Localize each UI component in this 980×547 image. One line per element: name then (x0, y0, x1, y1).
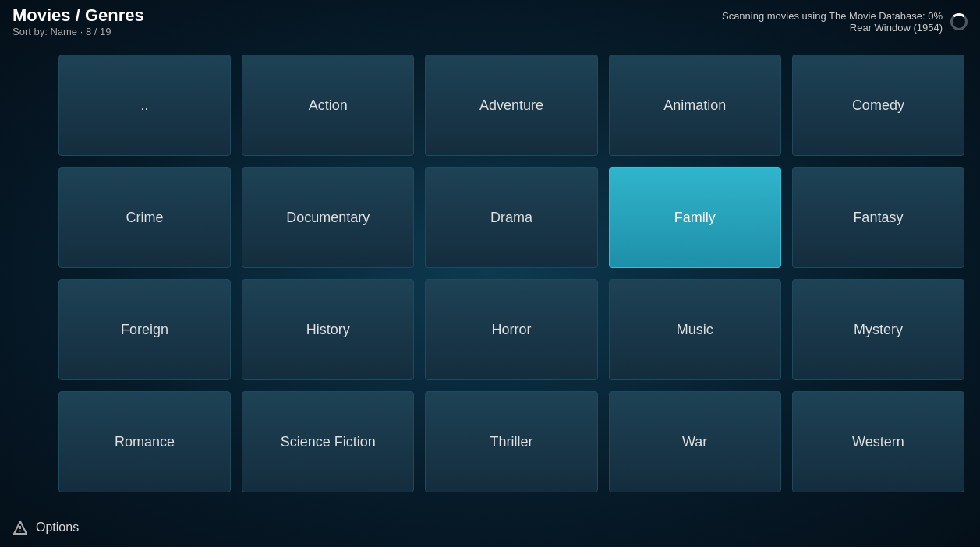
footer: Options (0, 508, 980, 547)
genre-item-adventure[interactable]: Adventure (425, 55, 597, 156)
genre-item-action[interactable]: Action (242, 55, 414, 156)
genre-item-comedy[interactable]: Comedy (792, 55, 964, 156)
scanning-text: Scanning movies using The Movie Database… (722, 10, 943, 22)
genre-item-crime[interactable]: Crime (58, 167, 231, 268)
options-icon (12, 520, 28, 535)
genre-item-documentary[interactable]: Documentary (242, 167, 414, 268)
genre-item-war[interactable]: War (609, 391, 781, 492)
options-label[interactable]: Options (36, 521, 79, 535)
genre-item-fantasy[interactable]: Fantasy (792, 167, 964, 268)
genre-item-family[interactable]: Family (609, 167, 781, 268)
rear-window-text: Rear Window (1954) (722, 22, 943, 34)
genre-item-foreign[interactable]: Foreign (58, 279, 231, 380)
scanning-info: Scanning movies using The Movie Database… (722, 10, 943, 34)
sort-info: Sort by: Name · 8 / 19 (12, 26, 144, 37)
genre-item-dotdot[interactable]: .. (58, 55, 231, 156)
header: Movies / Genres Sort by: Name · 8 / 19 S… (0, 0, 980, 43)
spinner-icon (950, 13, 968, 30)
genre-item-western[interactable]: Western (792, 391, 964, 492)
genre-item-music[interactable]: Music (609, 279, 781, 380)
svg-point-2 (19, 531, 21, 532)
header-left: Movies / Genres Sort by: Name · 8 / 19 (12, 5, 144, 37)
genre-grid: ..ActionAdventureAnimationComedyCrimeDoc… (51, 47, 972, 500)
genre-item-history[interactable]: History (242, 279, 414, 380)
genre-item-science-fiction[interactable]: Science Fiction (242, 391, 414, 492)
genre-item-thriller[interactable]: Thriller (425, 391, 597, 492)
genre-item-horror[interactable]: Horror (425, 279, 597, 380)
genre-item-mystery[interactable]: Mystery (792, 279, 964, 380)
genre-item-drama[interactable]: Drama (425, 167, 597, 268)
header-right: Scanning movies using The Movie Database… (722, 10, 968, 34)
genre-item-romance[interactable]: Romance (58, 391, 231, 492)
page-title: Movies / Genres (12, 5, 144, 26)
genre-item-animation[interactable]: Animation (609, 55, 781, 156)
